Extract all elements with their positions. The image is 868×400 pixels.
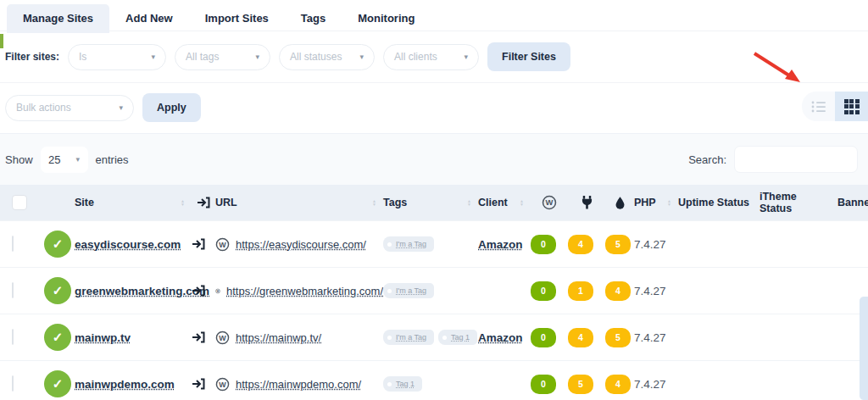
header-client[interactable]: Client ▲▼: [478, 185, 531, 220]
bulk-actions-placeholder: Bulk actions: [16, 102, 71, 114]
open-wp-admin-button[interactable]: [192, 238, 215, 250]
row-checkbox[interactable]: [12, 329, 14, 345]
header-php[interactable]: PHP ▲▼: [634, 185, 678, 220]
open-wp-admin-button[interactable]: [192, 285, 215, 297]
site-url-link[interactable]: https://easydiscourse.com/: [236, 238, 366, 251]
filter-statuses-select[interactable]: All statuses ▾: [279, 44, 375, 70]
open-wp-admin-button[interactable]: [192, 378, 215, 390]
table-row: ✓ mainwpdemo.com W https://mainwpdemo.co…: [0, 360, 868, 400]
sort-icon[interactable]: ▲▼: [520, 199, 524, 206]
site-url-link[interactable]: https://greenwebmarketing.com/: [226, 285, 383, 297]
apply-button[interactable]: Apply: [142, 93, 201, 122]
sign-in-icon: [192, 378, 205, 390]
site-status-ok-icon: ✓: [44, 277, 71, 304]
chevron-down-icon: ▾: [76, 155, 81, 164]
update-badge[interactable]: 0: [531, 328, 556, 347]
notice-accent-bar: [0, 34, 3, 48]
tab-tags[interactable]: Tags: [285, 4, 342, 33]
filter-operator-select[interactable]: Is ▾: [68, 44, 166, 70]
update-badge[interactable]: 5: [605, 235, 631, 254]
update-badge[interactable]: 1: [568, 281, 593, 301]
header-url[interactable]: URL ▲▼: [215, 185, 383, 220]
list-view-button[interactable]: [802, 92, 835, 121]
client-link[interactable]: Amazon: [478, 238, 523, 251]
update-badge[interactable]: 4: [605, 281, 631, 301]
url-column-label: URL: [215, 197, 237, 208]
tab-monitoring[interactable]: Monitoring: [342, 4, 431, 33]
sort-icon[interactable]: ▲▼: [181, 199, 185, 206]
open-wp-admin-button[interactable]: [192, 331, 215, 343]
table-header: Site ▲▼ URL ▲▼ Tags ▲▼ Client ▲▼: [0, 185, 868, 220]
update-badge[interactable]: 0: [531, 375, 556, 394]
tag-chip[interactable]: Tag 1: [383, 376, 422, 392]
select-all-checkbox[interactable]: [12, 195, 27, 210]
tag-label: Tag 1: [396, 380, 415, 388]
header-theme-updates[interactable]: [605, 185, 634, 220]
header-tags[interactable]: Tags ▲▼: [383, 185, 478, 220]
page-size-select[interactable]: 25 ▾: [41, 147, 88, 173]
site-name-link[interactable]: greenwebmarketing.com: [75, 285, 209, 297]
php-version: 7.4.27: [634, 378, 666, 391]
header-banner[interactable]: Banner: [837, 185, 868, 220]
site-column-label: Site: [75, 197, 94, 208]
grid-view-button[interactable]: [835, 92, 868, 121]
tab-add-new[interactable]: Add New: [109, 4, 189, 33]
header-checkbox-cell: [0, 185, 34, 220]
filter-clients-select[interactable]: All clients ▾: [383, 44, 479, 70]
plug-icon: [581, 196, 593, 209]
tag-label: I'm a Tag: [396, 286, 426, 295]
bulk-actions-bar: Bulk actions ▾ Apply: [0, 83, 868, 133]
filter-sites-button[interactable]: Filter Sites: [487, 42, 570, 71]
tag-label: Tag 1: [451, 333, 470, 342]
site-url-link[interactable]: https://mainwp.tv/: [236, 331, 321, 344]
tag-chip[interactable]: Tag 1: [438, 330, 477, 345]
list-icon: [811, 101, 826, 113]
header-plugin-updates[interactable]: [568, 185, 605, 220]
header-site[interactable]: Site ▲▼: [75, 185, 192, 220]
site-name-link[interactable]: mainwpdemo.com: [75, 378, 175, 391]
tag-chip[interactable]: I'm a Tag: [383, 330, 434, 345]
tab-manage-sites[interactable]: Manage Sites: [7, 4, 109, 33]
wordpress-icon: W: [215, 284, 220, 298]
bulk-actions-select[interactable]: Bulk actions ▾: [5, 95, 134, 121]
uptime-column-label: Uptime Status: [678, 197, 749, 208]
update-badge[interactable]: 5: [605, 328, 631, 347]
row-checkbox[interactable]: [12, 375, 14, 392]
header-uptime-status[interactable]: Uptime Status: [678, 185, 760, 220]
update-badge[interactable]: 0: [531, 281, 556, 301]
site-url-link[interactable]: https://mainwpdemo.com/: [236, 378, 361, 391]
update-badge[interactable]: 4: [605, 375, 631, 394]
update-badge[interactable]: 4: [568, 235, 593, 254]
filter-tags-select[interactable]: All tags ▾: [175, 44, 270, 70]
tab-import-sites[interactable]: Import Sites: [189, 4, 285, 33]
vertical-scrollbar-thumb[interactable]: [860, 297, 868, 400]
sign-in-icon: [192, 331, 205, 343]
header-wordpress-updates[interactable]: W: [531, 185, 568, 220]
php-column-label: PHP: [634, 197, 656, 208]
client-link[interactable]: Amazon: [478, 331, 523, 344]
header-itheme-status[interactable]: iTheme Status: [760, 185, 837, 220]
site-status-ok-icon: ✓: [44, 231, 71, 258]
chevron-down-icon: ▾: [360, 53, 364, 61]
filter-sites-label: Filter sites:: [5, 51, 59, 63]
row-checkbox[interactable]: [12, 236, 14, 252]
update-badge[interactable]: 4: [568, 328, 593, 347]
sites-table-section: Show 25 ▾ entries Search: Site ▲▼: [0, 133, 868, 400]
update-badge[interactable]: 5: [568, 375, 593, 394]
sort-icon[interactable]: ▲▼: [372, 199, 376, 206]
row-checkbox[interactable]: [12, 282, 14, 298]
site-name-link[interactable]: easydiscourse.com: [75, 238, 181, 251]
update-badge[interactable]: 0: [531, 235, 556, 254]
search-input[interactable]: [734, 146, 858, 173]
php-version: 7.4.27: [634, 238, 666, 251]
wordpress-icon: W: [542, 195, 557, 210]
chevron-down-icon: ▾: [119, 103, 123, 112]
wordpress-icon: W: [215, 331, 230, 345]
sort-icon[interactable]: ▲▼: [667, 199, 671, 206]
client-column-label: Client: [478, 197, 508, 208]
sort-icon[interactable]: ▲▼: [467, 199, 471, 206]
site-name-link[interactable]: mainwp.tv: [75, 331, 131, 344]
tag-chip[interactable]: I'm a Tag: [383, 283, 434, 298]
view-toggle-group: [802, 92, 868, 121]
tag-chip[interactable]: I'm a Tag: [383, 236, 434, 252]
